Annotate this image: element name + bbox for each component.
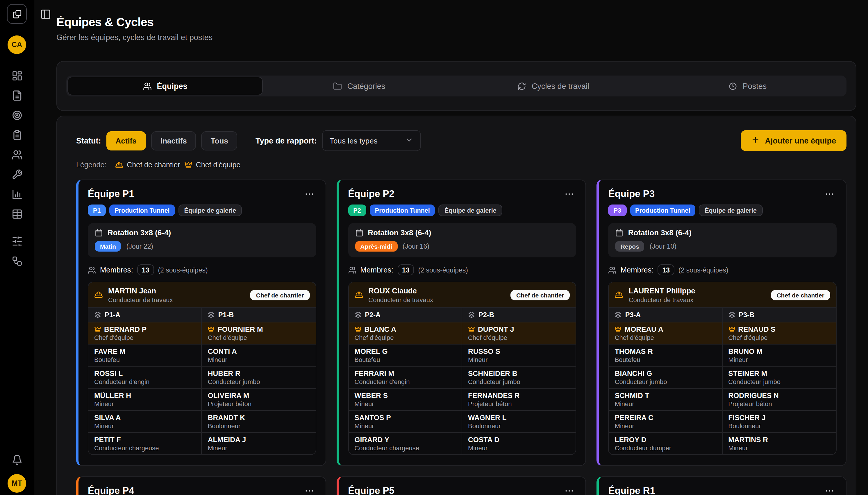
sidebar-item-wrench[interactable] — [11, 169, 23, 181]
sidebar-toggle-button[interactable] — [39, 8, 52, 21]
chart-icon — [11, 189, 22, 200]
page-subtitle: Gérer les équipes, cycles de travail et … — [56, 33, 846, 42]
team-menu-button[interactable] — [563, 189, 577, 199]
users-icon — [11, 149, 22, 160]
team-menu-button[interactable] — [302, 189, 316, 199]
layers-icon — [728, 311, 735, 318]
rotation-box: Rotation 3x8 (6-4)Repos(Jour 10) — [608, 223, 837, 257]
team-menu-button[interactable] — [823, 189, 837, 199]
roster-cell: BERNARD PChef d'équipe — [88, 322, 202, 344]
roster-cell: COSTA DMineur — [462, 432, 576, 454]
legend-item-chef-d-equipe: Chef d'équipe — [184, 161, 241, 169]
crown-icon — [728, 326, 735, 333]
report-type-label: Type de rapport: — [255, 136, 317, 145]
team-category-badge: Équipe de galerie — [179, 205, 242, 216]
roster-cell: MÜLLER HMineur — [88, 388, 202, 410]
roster-cell: FERNANDES RProjeteur béton — [462, 388, 576, 410]
roster-cell: CONTI AMineur — [202, 344, 316, 366]
tab-equipes[interactable]: Équipes — [68, 77, 262, 95]
users-icon — [348, 266, 356, 274]
legend-label: Légende: — [76, 161, 106, 169]
crown-icon — [615, 326, 622, 333]
team-card-p4: Équipe P4P4Production TunnelÉquipe de ga… — [76, 476, 326, 495]
roster-cell: WAGNER LBoulonneur — [462, 410, 576, 432]
crown-icon — [354, 326, 361, 333]
status-filter-group: ActifsInactifsTous — [106, 131, 237, 150]
members-row: Membres:13(2 sous-équipes) — [608, 264, 837, 275]
hard-hat-icon — [115, 161, 123, 169]
sidebar-item-chart[interactable] — [11, 189, 23, 201]
user-avatar-top[interactable]: CA — [7, 35, 26, 54]
site-manager-row: LAURENT PhilippeConducteur de travauxChe… — [609, 283, 836, 307]
report-type-value: Tous les types — [330, 136, 378, 145]
site-manager-badge: Chef de chantier — [511, 290, 570, 300]
report-type-select[interactable]: Tous les types — [322, 130, 421, 151]
site-manager-badge: Chef de chantier — [771, 290, 830, 300]
legend-items: Chef de chantierChef d'équipe — [111, 161, 240, 169]
roster-cell: BLANC AChef d'équipe — [349, 322, 462, 344]
crown-icon — [208, 326, 215, 333]
member-count-badge: 13 — [397, 264, 414, 275]
sidebar-item-users[interactable] — [11, 149, 23, 161]
subteam-note: (2 sous-équipes) — [158, 267, 207, 273]
hard-hat-icon — [615, 290, 623, 299]
site-manager-name: MARTIN Jean — [108, 286, 245, 295]
roster-cell: RODRIGUES NProjeteur béton — [722, 388, 836, 410]
calendar-icon — [355, 228, 363, 237]
tab-categories[interactable]: Catégories — [262, 77, 456, 95]
calendar-icon — [615, 228, 623, 237]
add-team-button[interactable]: Ajouter une équipe — [740, 130, 847, 151]
sliders-icon — [11, 236, 22, 247]
layers-icon — [468, 311, 475, 318]
team-menu-button[interactable] — [823, 485, 837, 495]
team-card-p1: Équipe P1P1Production TunnelÉquipe de ga… — [76, 180, 326, 466]
sidebar-item-file-text[interactable] — [11, 90, 23, 102]
member-count-badge: 13 — [137, 264, 154, 275]
team-card-p2: Équipe P2P2Production TunnelÉquipe de ga… — [336, 180, 586, 466]
tab-cycles-de-travail[interactable]: Cycles de travail — [456, 77, 651, 95]
chevron-down-icon — [405, 136, 413, 144]
status-filter-actifs[interactable]: Actifs — [106, 131, 146, 150]
logo-icon — [12, 9, 22, 19]
sidebar-item-sliders[interactable] — [11, 236, 23, 248]
shift-badge: Matin — [95, 241, 121, 252]
roster-cell: SCHNEIDER BConducteur jumbo — [462, 366, 576, 388]
clock-icon — [729, 82, 737, 90]
team-category-badge: Équipe de galerie — [439, 205, 502, 216]
ellipsis-icon — [564, 485, 575, 495]
site-manager-row: ROUX ClaudeConducteur de travauxChef de … — [349, 283, 575, 307]
sidebar-item-table[interactable] — [11, 209, 23, 220]
subteam-header: P2-A — [349, 307, 462, 322]
team-type-badge: Production Tunnel — [370, 205, 435, 216]
roster-cell: HUBER RConducteur jumbo — [202, 366, 316, 388]
roster-cell: FAVRE MBoutefeu — [88, 344, 202, 366]
sidebar-item-workflow[interactable] — [11, 256, 23, 267]
roster-cell: STEINER MConducteur jumbo — [722, 366, 836, 388]
team-menu-button[interactable] — [302, 485, 316, 495]
roster-cell: BIANCHI GConducteur jumbo — [609, 366, 723, 388]
rotation-box: Rotation 3x8 (6-4)Après-midi(Jour 16) — [348, 223, 576, 257]
dashboard-icon — [11, 70, 22, 81]
refresh-icon — [518, 82, 527, 90]
shift-badge: Après-midi — [355, 241, 397, 252]
roster-cell: MARTINS RMineur — [722, 432, 836, 454]
sidebar-item-target[interactable] — [11, 110, 23, 121]
status-filter-tous[interactable]: Tous — [201, 131, 237, 150]
sidebar-item-clipboard[interactable] — [11, 130, 23, 141]
shift-badge: Repos — [615, 241, 645, 252]
notifications-button[interactable] — [11, 454, 23, 466]
site-manager-role: Conducteur de travaux — [629, 296, 766, 303]
folder-icon — [333, 82, 342, 90]
site-manager-badge: Chef de chantier — [250, 290, 310, 300]
team-menu-button[interactable] — [563, 485, 577, 495]
status-filter-inactifs[interactable]: Inactifs — [151, 131, 196, 150]
clipboard-icon — [11, 130, 22, 141]
main-content: Équipes & Cycles Gérer les équipes, cycl… — [34, 0, 868, 495]
tab-postes[interactable]: Postes — [651, 77, 845, 95]
team-name: Équipe P4 — [88, 485, 134, 495]
sidebar-item-dashboard[interactable] — [11, 70, 23, 82]
member-count-badge: 13 — [657, 264, 674, 275]
user-avatar-bottom[interactable]: MT — [7, 474, 26, 493]
users-icon — [143, 82, 151, 90]
team-name: Équipe P5 — [348, 485, 395, 495]
